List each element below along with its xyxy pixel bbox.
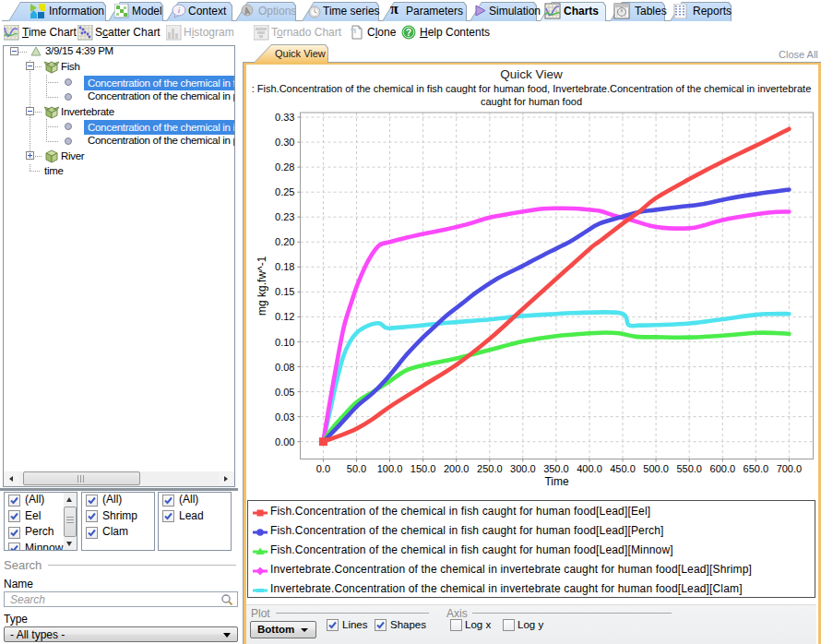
svg-text:0.30: 0.30: [275, 137, 294, 148]
svg-text:0.08: 0.08: [275, 362, 294, 373]
svg-text:0.23: 0.23: [275, 211, 294, 222]
svg-text:0.28: 0.28: [275, 161, 294, 173]
svg-text:350.0: 350.0: [543, 463, 569, 474]
svg-text:?: ?: [406, 27, 411, 38]
svg-text:0.18: 0.18: [275, 261, 294, 272]
svg-text:0.12: 0.12: [275, 311, 294, 322]
svg-text:500.0: 500.0: [643, 463, 669, 474]
svg-text:600.0: 600.0: [710, 463, 736, 474]
svg-text:0.00: 0.00: [275, 436, 294, 447]
svg-text:100.0: 100.0: [377, 463, 403, 474]
svg-text:50.0: 50.0: [347, 463, 366, 474]
svg-text:0.0: 0.0: [316, 463, 330, 474]
svg-text:650.0: 650.0: [744, 463, 769, 474]
svg-text:250.0: 250.0: [477, 463, 503, 474]
svg-text:400.0: 400.0: [577, 463, 602, 474]
svg-text:200.0: 200.0: [444, 463, 470, 474]
svg-text:700.0: 700.0: [777, 463, 803, 474]
svg-text:150.0: 150.0: [410, 463, 436, 474]
svg-text:0.10: 0.10: [275, 337, 294, 348]
svg-text:0.03: 0.03: [275, 411, 294, 423]
svg-text:450.0: 450.0: [610, 463, 636, 474]
svg-text:Time: Time: [544, 475, 569, 488]
svg-text:0.33: 0.33: [275, 112, 294, 123]
svg-text:0.15: 0.15: [275, 286, 294, 297]
svg-text:mg kg.fw^-1: mg kg.fw^-1: [256, 256, 268, 316]
svg-text:0.20: 0.20: [275, 236, 294, 247]
svg-text:0.25: 0.25: [275, 186, 294, 197]
svg-text:550.0: 550.0: [676, 463, 702, 474]
svg-text:300.0: 300.0: [510, 463, 536, 474]
svg-text:0.05: 0.05: [275, 387, 294, 398]
